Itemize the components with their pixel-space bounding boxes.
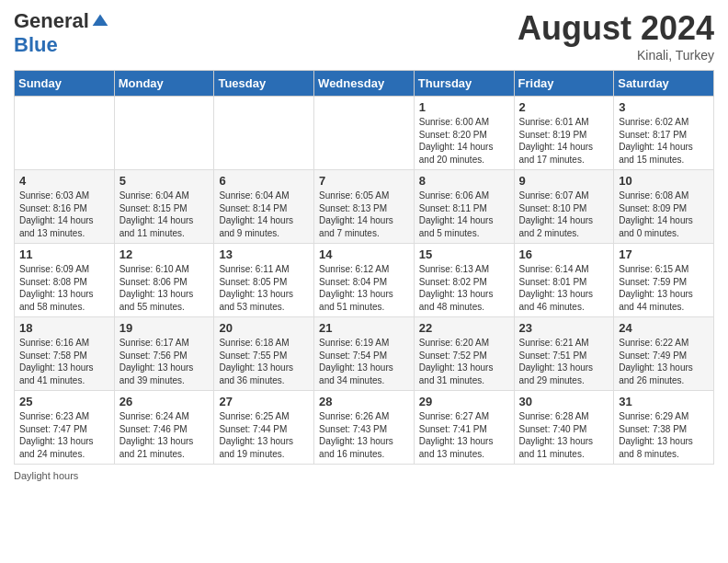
day-info: Sunrise: 6:17 AM Sunset: 7:56 PM Dayligh… [119, 337, 210, 386]
calendar-header-row: SundayMondayTuesdayWednesdayThursdayFrid… [15, 71, 714, 97]
calendar-day-cell: 13Sunrise: 6:11 AM Sunset: 8:05 PM Dayli… [214, 244, 314, 317]
calendar-day-cell [15, 97, 115, 170]
day-number: 27 [219, 395, 309, 408]
day-number: 20 [219, 321, 309, 335]
day-info: Sunrise: 6:07 AM Sunset: 8:10 PM Dayligh… [519, 190, 609, 239]
calendar-day-cell: 18Sunrise: 6:16 AM Sunset: 7:58 PM Dayli… [15, 317, 115, 391]
day-number: 30 [519, 395, 609, 408]
calendar-day-cell: 21Sunrise: 6:19 AM Sunset: 7:54 PM Dayli… [314, 317, 415, 391]
calendar-day-header: Tuesday [214, 71, 314, 97]
day-number: 17 [619, 247, 709, 261]
calendar-day-cell: 17Sunrise: 6:15 AM Sunset: 7:59 PM Dayli… [614, 244, 714, 317]
day-info: Sunrise: 6:16 AM Sunset: 7:58 PM Dayligh… [19, 337, 109, 386]
day-number: 12 [119, 247, 210, 261]
day-number: 22 [419, 321, 509, 335]
day-info: Sunrise: 6:09 AM Sunset: 8:08 PM Dayligh… [19, 263, 109, 313]
calendar-table: SundayMondayTuesdayWednesdayThursdayFrid… [14, 70, 714, 465]
logo: General Blue [14, 9, 109, 57]
calendar-week-row: 4Sunrise: 6:03 AM Sunset: 8:16 PM Daylig… [15, 170, 714, 244]
day-info: Sunrise: 6:25 AM Sunset: 7:44 PM Dayligh… [219, 410, 309, 460]
day-info: Sunrise: 6:05 AM Sunset: 8:13 PM Dayligh… [319, 190, 409, 239]
calendar-day-header: Sunday [15, 71, 115, 97]
calendar-week-row: 18Sunrise: 6:16 AM Sunset: 7:58 PM Dayli… [15, 317, 714, 391]
day-info: Sunrise: 6:26 AM Sunset: 7:43 PM Dayligh… [319, 410, 409, 460]
location: Kinali, Turkey [518, 48, 714, 63]
calendar-day-cell: 2Sunrise: 6:01 AM Sunset: 8:19 PM Daylig… [514, 97, 614, 170]
day-number: 19 [119, 321, 210, 335]
day-number: 16 [519, 247, 609, 261]
daylight-hours-label: Daylight hours [14, 470, 78, 481]
day-info: Sunrise: 6:06 AM Sunset: 8:11 PM Dayligh… [419, 190, 509, 239]
day-info: Sunrise: 6:01 AM Sunset: 8:19 PM Dayligh… [519, 116, 609, 166]
day-number: 21 [319, 321, 409, 335]
calendar-day-cell: 16Sunrise: 6:14 AM Sunset: 8:01 PM Dayli… [514, 244, 614, 317]
calendar-day-cell: 26Sunrise: 6:24 AM Sunset: 7:46 PM Dayli… [114, 391, 214, 465]
calendar-day-cell: 4Sunrise: 6:03 AM Sunset: 8:16 PM Daylig… [15, 170, 115, 244]
day-number: 28 [319, 395, 409, 408]
day-number: 25 [19, 395, 109, 408]
svg-marker-0 [93, 15, 108, 27]
day-info: Sunrise: 6:29 AM Sunset: 7:38 PM Dayligh… [619, 410, 709, 460]
day-number: 26 [119, 395, 210, 408]
day-info: Sunrise: 6:28 AM Sunset: 7:40 PM Dayligh… [519, 410, 609, 460]
day-number: 15 [419, 247, 509, 261]
day-number: 8 [419, 174, 509, 188]
calendar-day-cell [214, 97, 314, 170]
calendar-day-cell: 27Sunrise: 6:25 AM Sunset: 7:44 PM Dayli… [214, 391, 314, 465]
day-number: 18 [19, 321, 109, 335]
day-number: 23 [519, 321, 609, 335]
day-number: 14 [319, 247, 409, 261]
day-info: Sunrise: 6:10 AM Sunset: 8:06 PM Dayligh… [119, 263, 210, 313]
day-info: Sunrise: 6:24 AM Sunset: 7:46 PM Dayligh… [119, 410, 210, 460]
calendar-day-cell: 15Sunrise: 6:13 AM Sunset: 8:02 PM Dayli… [414, 244, 514, 317]
day-info: Sunrise: 6:04 AM Sunset: 8:14 PM Dayligh… [219, 190, 309, 239]
calendar-day-cell: 19Sunrise: 6:17 AM Sunset: 7:56 PM Dayli… [114, 317, 214, 391]
calendar-day-cell: 9Sunrise: 6:07 AM Sunset: 8:10 PM Daylig… [514, 170, 614, 244]
calendar-day-cell: 29Sunrise: 6:27 AM Sunset: 7:41 PM Dayli… [414, 391, 514, 465]
calendar-day-cell: 23Sunrise: 6:21 AM Sunset: 7:51 PM Dayli… [514, 317, 614, 391]
day-number: 11 [19, 247, 109, 261]
calendar-day-header: Friday [514, 71, 614, 97]
day-info: Sunrise: 6:13 AM Sunset: 8:02 PM Dayligh… [419, 263, 509, 313]
calendar-day-header: Saturday [614, 71, 714, 97]
day-number: 3 [619, 100, 709, 114]
day-number: 24 [619, 321, 709, 335]
calendar-day-cell: 24Sunrise: 6:22 AM Sunset: 7:49 PM Dayli… [614, 317, 714, 391]
day-info: Sunrise: 6:18 AM Sunset: 7:55 PM Dayligh… [219, 337, 309, 386]
day-info: Sunrise: 6:04 AM Sunset: 8:15 PM Dayligh… [119, 190, 210, 239]
logo-icon [91, 12, 109, 30]
calendar-week-row: 11Sunrise: 6:09 AM Sunset: 8:08 PM Dayli… [15, 244, 714, 317]
calendar-day-header: Monday [114, 71, 214, 97]
calendar-day-cell: 20Sunrise: 6:18 AM Sunset: 7:55 PM Dayli… [214, 317, 314, 391]
calendar-day-header: Thursday [414, 71, 514, 97]
day-info: Sunrise: 6:19 AM Sunset: 7:54 PM Dayligh… [319, 337, 409, 386]
day-info: Sunrise: 6:08 AM Sunset: 8:09 PM Dayligh… [619, 190, 709, 239]
day-info: Sunrise: 6:12 AM Sunset: 8:04 PM Dayligh… [319, 263, 409, 313]
calendar-day-cell: 12Sunrise: 6:10 AM Sunset: 8:06 PM Dayli… [114, 244, 214, 317]
title-area: August 2024 Kinali, Turkey [518, 9, 714, 63]
calendar-day-header: Wednesday [314, 71, 415, 97]
calendar-week-row: 25Sunrise: 6:23 AM Sunset: 7:47 PM Dayli… [15, 391, 714, 465]
day-number: 9 [519, 174, 609, 188]
day-number: 7 [319, 174, 409, 188]
day-info: Sunrise: 6:03 AM Sunset: 8:16 PM Dayligh… [19, 190, 109, 239]
footer: Daylight hours [14, 470, 714, 481]
calendar-day-cell: 7Sunrise: 6:05 AM Sunset: 8:13 PM Daylig… [314, 170, 415, 244]
day-info: Sunrise: 6:02 AM Sunset: 8:17 PM Dayligh… [619, 116, 709, 166]
day-info: Sunrise: 6:22 AM Sunset: 7:49 PM Dayligh… [619, 337, 709, 386]
calendar-day-cell: 14Sunrise: 6:12 AM Sunset: 8:04 PM Dayli… [314, 244, 415, 317]
day-number: 10 [619, 174, 709, 188]
day-info: Sunrise: 6:27 AM Sunset: 7:41 PM Dayligh… [419, 410, 509, 460]
calendar-day-cell: 28Sunrise: 6:26 AM Sunset: 7:43 PM Dayli… [314, 391, 415, 465]
calendar-day-cell: 31Sunrise: 6:29 AM Sunset: 7:38 PM Dayli… [614, 391, 714, 465]
day-info: Sunrise: 6:14 AM Sunset: 8:01 PM Dayligh… [519, 263, 609, 313]
day-number: 13 [219, 247, 309, 261]
calendar-day-cell [114, 97, 214, 170]
day-number: 2 [519, 100, 609, 114]
day-number: 1 [419, 100, 509, 114]
calendar-day-cell [314, 97, 415, 170]
day-info: Sunrise: 6:00 AM Sunset: 8:20 PM Dayligh… [419, 116, 509, 166]
calendar-day-cell: 1Sunrise: 6:00 AM Sunset: 8:20 PM Daylig… [414, 97, 514, 170]
calendar-week-row: 1Sunrise: 6:00 AM Sunset: 8:20 PM Daylig… [15, 97, 714, 170]
day-number: 5 [119, 174, 210, 188]
